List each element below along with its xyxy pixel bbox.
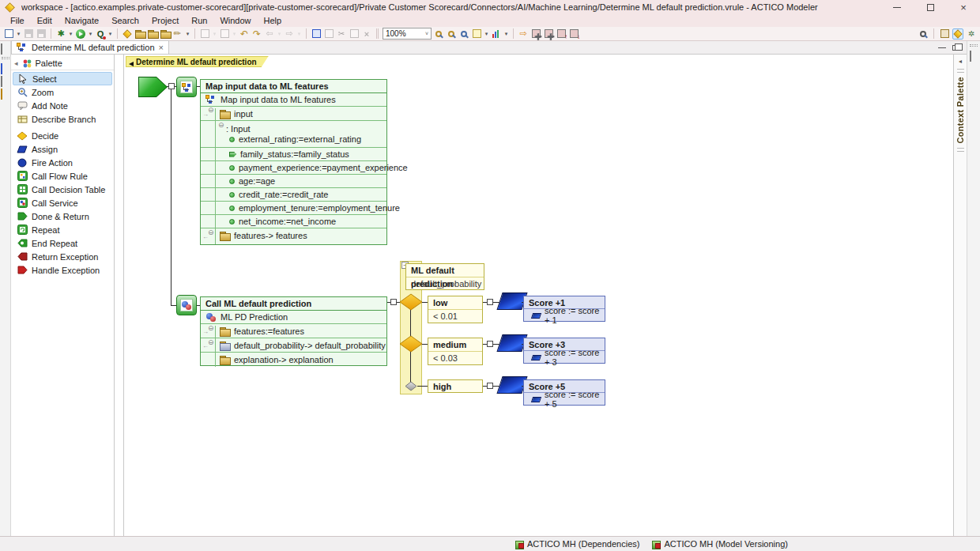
palette-item-return-exception[interactable]: Return Exception bbox=[13, 250, 112, 263]
coverage-caret-icon[interactable]: ▾ bbox=[107, 31, 113, 37]
close-button[interactable]: × bbox=[947, 0, 980, 14]
modeling-perspective-icon[interactable]: ✲ bbox=[966, 28, 977, 40]
open-perspective-icon[interactable] bbox=[939, 28, 950, 40]
menu-project[interactable]: Project bbox=[146, 16, 184, 25]
menu-edit[interactable]: Edit bbox=[32, 16, 58, 25]
menu-run[interactable]: Run bbox=[186, 16, 213, 25]
palette-item-describe-branch[interactable]: Describe Branch bbox=[13, 112, 112, 126]
external-tools-icon[interactable]: ✱ bbox=[55, 28, 66, 40]
open-model-icon[interactable] bbox=[134, 28, 145, 40]
palette-item-fire-action[interactable]: Fire Action bbox=[13, 156, 112, 169]
external-tools-caret-icon[interactable]: ▾ bbox=[68, 31, 74, 37]
call-output-row[interactable]: explanation-> explanation bbox=[201, 353, 386, 366]
format-brush-icon[interactable]: ✎ bbox=[172, 28, 183, 40]
map-input-node[interactable]: Map input data to ML features Map input … bbox=[200, 79, 387, 245]
restore-view-icon[interactable] bbox=[1, 77, 9, 85]
mapping-row[interactable]: net_income:=net_income bbox=[201, 215, 386, 228]
status-dependencies[interactable]: ACTICO MH (Dependencies) bbox=[515, 539, 639, 549]
compare-model-icon[interactable] bbox=[311, 28, 322, 40]
call-output-row[interactable]: default_probability-> default_probabilit… bbox=[201, 338, 386, 353]
palette-item-add-note[interactable]: Add Note bbox=[13, 99, 112, 112]
restore-view-icon[interactable] bbox=[970, 51, 978, 59]
repository-view-icon[interactable] bbox=[1, 64, 9, 72]
call-input-row[interactable]: features:=features bbox=[201, 324, 386, 338]
layout-caret-icon[interactable]: ▾ bbox=[484, 31, 489, 37]
zoom-in-icon[interactable] bbox=[433, 28, 444, 40]
delete-icon[interactable]: × bbox=[361, 28, 372, 40]
input-type-cell[interactable]: : Input external_rating:=external_rating bbox=[201, 121, 386, 148]
palette-item-repeat[interactable]: Repeat bbox=[13, 223, 112, 236]
run-icon[interactable] bbox=[75, 28, 86, 40]
status-model-versioning[interactable]: ACTICO MH (Model Versioning) bbox=[652, 539, 788, 549]
start-node[interactable] bbox=[138, 77, 168, 97]
maximize-button[interactable] bbox=[914, 0, 947, 14]
add-output-param-icon[interactable]: ➕ bbox=[543, 28, 554, 40]
mapping-row[interactable]: credit_rate:=credit_rate bbox=[201, 188, 386, 202]
mapping-row[interactable]: payment_experience:=payment_experience bbox=[201, 161, 386, 175]
layout-icon[interactable] bbox=[471, 28, 482, 40]
jump-to-icon[interactable]: ⇨ bbox=[518, 28, 529, 40]
collapse-group-icon[interactable]: ⊖ bbox=[208, 325, 214, 332]
input-group-row[interactable]: input bbox=[201, 107, 386, 121]
move-param-up-icon[interactable]: ↑ bbox=[556, 28, 567, 40]
palette-splitter[interactable] bbox=[115, 55, 124, 536]
back-caret-icon[interactable]: ▾ bbox=[277, 31, 282, 37]
editor-tab[interactable]: Determine ML default prediction × bbox=[11, 40, 169, 54]
rule-banner[interactable]: Determine ML default prediction bbox=[126, 56, 269, 67]
open-testcase-icon[interactable] bbox=[147, 28, 158, 40]
palette-item-call-service[interactable]: Call Service bbox=[13, 196, 112, 209]
call-flow-rule-node-icon[interactable] bbox=[176, 77, 197, 97]
collapse-palette-icon[interactable]: ◂ bbox=[14, 59, 18, 67]
paste-icon[interactable] bbox=[323, 28, 334, 40]
restore-view-icon[interactable] bbox=[1, 44, 9, 52]
palette-item-end-repeat[interactable]: End Repeat bbox=[13, 236, 112, 250]
back-icon[interactable]: ⇦ bbox=[264, 28, 275, 40]
chart-caret-icon[interactable]: ▾ bbox=[503, 31, 509, 37]
toggle-markers-icon[interactable] bbox=[219, 28, 230, 40]
service-row[interactable]: ML PD Prediction bbox=[201, 311, 386, 324]
minimize-button[interactable] bbox=[880, 0, 914, 14]
toggle-annotations-caret-icon[interactable]: ▾ bbox=[212, 31, 217, 37]
forward-icon[interactable]: ⇨ bbox=[284, 28, 295, 40]
chart-icon[interactable] bbox=[491, 28, 502, 40]
mapping-row[interactable]: employment_tenure:=employment_tenure bbox=[201, 202, 386, 215]
copy-icon[interactable] bbox=[349, 28, 360, 40]
call-ml-node[interactable]: Call ML default prediction ML PD Predict… bbox=[200, 296, 387, 366]
palette-item-assign[interactable]: Assign bbox=[13, 142, 112, 156]
collapse-group-icon[interactable]: ⊖ bbox=[208, 339, 214, 346]
palette-item-call-decision-table[interactable]: Call Decision Table bbox=[13, 183, 112, 196]
palette-item-zoom[interactable]: Zoom bbox=[13, 85, 112, 99]
score-box[interactable]: Score +1 score := score + 1 bbox=[523, 296, 605, 322]
context-palette-label[interactable]: Context Palette bbox=[956, 77, 965, 144]
save-icon[interactable] bbox=[23, 28, 34, 40]
palette-item-select[interactable]: Select bbox=[13, 72, 112, 85]
collapse-group-icon[interactable]: ⊖ bbox=[208, 107, 214, 114]
validate-icon[interactable] bbox=[122, 28, 133, 40]
palette-item-handle-exception[interactable]: Handle Exception bbox=[13, 263, 112, 277]
zoom-tool-icon[interactable] bbox=[458, 28, 469, 40]
menu-help[interactable]: Help bbox=[258, 16, 288, 25]
move-param-down-icon[interactable]: ↓ bbox=[568, 28, 579, 40]
format-brush-caret-icon[interactable]: ▾ bbox=[185, 31, 190, 37]
cut-icon[interactable]: ✂ bbox=[336, 28, 347, 40]
zoom-out-icon[interactable] bbox=[446, 28, 457, 40]
condition-box-medium[interactable]: medium < 0.03 bbox=[428, 338, 483, 365]
condition-box-high[interactable]: high bbox=[428, 379, 483, 393]
new-wizard-icon[interactable] bbox=[3, 28, 14, 40]
decide-diamond-high[interactable] bbox=[405, 381, 417, 391]
search-icon[interactable] bbox=[918, 28, 929, 40]
run-caret-icon[interactable]: ▾ bbox=[88, 31, 93, 37]
condition-box-low[interactable]: low < 0.01 bbox=[428, 296, 483, 323]
decide-diamond-medium[interactable] bbox=[399, 335, 423, 353]
menu-navigate[interactable]: Navigate bbox=[59, 16, 104, 25]
score-box[interactable]: Score +3 score := score + 3 bbox=[523, 338, 605, 364]
minimize-editor-icon[interactable] bbox=[938, 47, 946, 48]
collapse-group-icon[interactable]: ⊖ bbox=[208, 229, 214, 236]
new-wizard-caret-icon[interactable]: ▾ bbox=[16, 31, 21, 37]
redo-icon[interactable]: ↷ bbox=[251, 28, 262, 40]
tab-close-icon[interactable]: × bbox=[159, 43, 164, 52]
mapping-row[interactable]: family_status:=family_status bbox=[201, 148, 386, 161]
toggle-markers-caret-icon[interactable]: ▾ bbox=[232, 31, 237, 37]
menu-search[interactable]: Search bbox=[106, 16, 145, 25]
forward-caret-icon[interactable]: ▾ bbox=[296, 31, 302, 37]
